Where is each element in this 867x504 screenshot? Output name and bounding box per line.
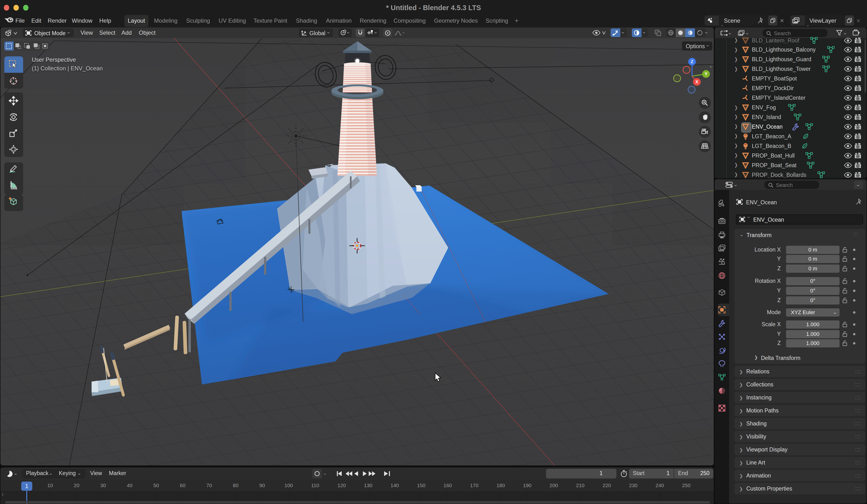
svg-text:120: 120	[338, 483, 346, 488]
svg-text:240: 240	[655, 483, 664, 488]
svg-text:Y: Y	[705, 72, 707, 76]
svg-text:90: 90	[259, 483, 265, 488]
svg-text:50: 50	[153, 483, 159, 488]
svg-text:230: 230	[629, 483, 638, 488]
svg-text:60: 60	[180, 483, 185, 488]
svg-text:10: 10	[47, 483, 53, 488]
svg-text:80: 80	[233, 483, 238, 488]
svg-text:X: X	[695, 79, 698, 84]
svg-text:20: 20	[74, 483, 79, 488]
svg-text:30: 30	[100, 483, 106, 488]
svg-text:Z: Z	[691, 59, 694, 64]
svg-text:70: 70	[206, 483, 212, 488]
svg-text:40: 40	[127, 483, 132, 488]
svg-text:210: 210	[576, 483, 584, 488]
svg-text:140: 140	[390, 483, 399, 488]
svg-text:250: 250	[682, 483, 691, 488]
svg-text:110: 110	[311, 483, 319, 488]
svg-text:180: 180	[496, 483, 505, 488]
svg-text:130: 130	[364, 483, 372, 488]
svg-text:220: 220	[602, 483, 611, 488]
svg-text:100: 100	[284, 483, 293, 488]
svg-text:1: 1	[25, 483, 29, 489]
svg-text:200: 200	[549, 483, 558, 488]
svg-text:150: 150	[417, 483, 425, 488]
svg-text:190: 190	[523, 483, 531, 488]
svg-text:160: 160	[443, 483, 452, 488]
svg-text:170: 170	[470, 483, 478, 488]
